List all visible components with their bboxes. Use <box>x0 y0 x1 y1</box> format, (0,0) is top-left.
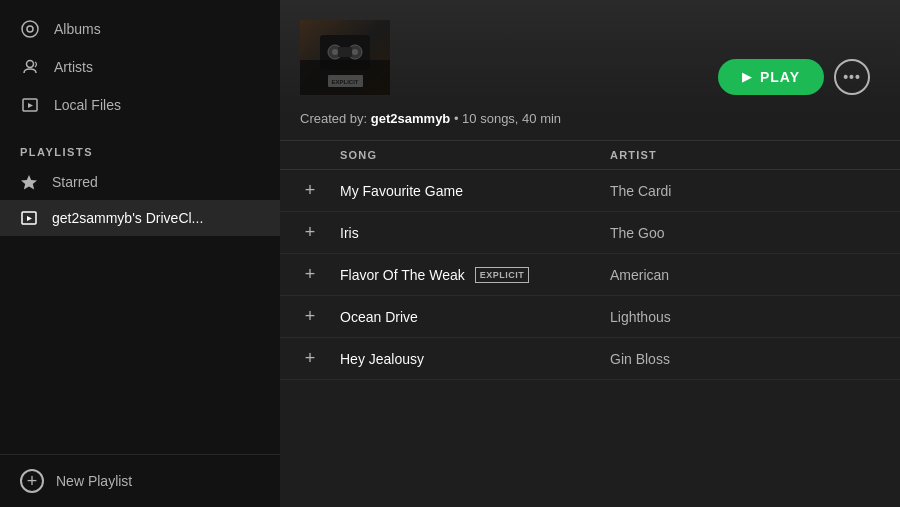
svg-point-11 <box>332 49 338 55</box>
sidebar-item-local-files[interactable]: Local Files <box>0 86 280 124</box>
song-table-header: SONG ARTIST <box>280 141 900 170</box>
header-song: SONG <box>340 149 610 161</box>
artists-icon <box>20 57 40 77</box>
playlist-header: EXPLICIT ▶ PLAY ••• <box>280 0 900 111</box>
meta-dot: • <box>450 111 462 126</box>
song-title-1: My Favourite Game <box>340 183 610 199</box>
sidebar-item-drivecl-label: get2sammyb's DriveCl... <box>52 210 203 226</box>
song-title-text-1: My Favourite Game <box>340 183 463 199</box>
sidebar-item-artists-label: Artists <box>54 59 93 75</box>
header-actions: ▶ PLAY ••• <box>718 20 870 95</box>
new-playlist-label: New Playlist <box>56 473 132 489</box>
local-files-icon <box>20 95 40 115</box>
svg-point-12 <box>352 49 358 55</box>
sidebar-item-albums[interactable]: Albums <box>0 10 280 48</box>
sidebar-bottom: + New Playlist <box>0 454 280 507</box>
song-artist-1: The Cardi <box>610 183 880 199</box>
song-title-text-5: Hey Jealousy <box>340 351 424 367</box>
playlists-section-label: PLAYLISTS <box>0 130 280 164</box>
sidebar-item-starred[interactable]: Starred <box>0 164 280 200</box>
song-title-text-2: Iris <box>340 225 359 241</box>
add-song-button-3[interactable]: + <box>300 264 320 285</box>
more-options-button[interactable]: ••• <box>834 59 870 95</box>
songs-info: 10 songs, 40 min <box>462 111 561 126</box>
svg-rect-13 <box>338 47 352 57</box>
table-row: + Ocean Drive Lighthous <box>280 296 900 338</box>
song-artist-3: American <box>610 267 880 283</box>
table-row: + My Favourite Game The Cardi <box>280 170 900 212</box>
header-artist: ARTIST <box>610 149 880 161</box>
song-artist-5: Gin Bloss <box>610 351 880 367</box>
add-song-button-5[interactable]: + <box>300 348 320 369</box>
more-icon: ••• <box>843 69 861 85</box>
svg-rect-16 <box>300 60 390 95</box>
svg-marker-4 <box>21 175 37 190</box>
song-title-3: Flavor Of The Weak EXPLICIT <box>340 267 610 283</box>
created-by-prefix: Created by: <box>300 111 371 126</box>
album-art: EXPLICIT <box>300 20 390 95</box>
song-artist-4: Lighthous <box>610 309 880 325</box>
add-song-button-4[interactable]: + <box>300 306 320 327</box>
table-row: + Iris The Goo <box>280 212 900 254</box>
song-title-5: Hey Jealousy <box>340 351 610 367</box>
new-playlist-icon: + <box>20 469 44 493</box>
sidebar-item-artists[interactable]: Artists <box>0 48 280 86</box>
song-table: SONG ARTIST + My Favourite Game The Card… <box>280 141 900 380</box>
play-button-label: PLAY <box>760 69 800 85</box>
play-button[interactable]: ▶ PLAY <box>718 59 824 95</box>
creator-name: get2sammyb <box>371 111 450 126</box>
add-song-button-2[interactable]: + <box>300 222 320 243</box>
play-icon: ▶ <box>742 70 752 84</box>
star-icon <box>20 173 38 191</box>
main-content: EXPLICIT ▶ PLAY ••• Created by: get2samm… <box>280 0 900 507</box>
music-icon <box>20 209 38 227</box>
sidebar: Albums Artists Local Files P <box>0 0 280 507</box>
add-song-button-1[interactable]: + <box>300 180 320 201</box>
header-empty <box>300 149 340 161</box>
song-title-text-3: Flavor Of The Weak <box>340 267 465 283</box>
table-row: + Flavor Of The Weak EXPLICIT American <box>280 254 900 296</box>
song-title-4: Ocean Drive <box>340 309 610 325</box>
new-playlist-button[interactable]: + New Playlist <box>20 469 260 493</box>
sidebar-item-albums-label: Albums <box>54 21 101 37</box>
song-artist-2: The Goo <box>610 225 880 241</box>
sidebar-item-starred-label: Starred <box>52 174 98 190</box>
song-title-2: Iris <box>340 225 610 241</box>
table-row: + Hey Jealousy Gin Bloss <box>280 338 900 380</box>
nav-section: Albums Artists Local Files <box>0 0 280 130</box>
svg-point-1 <box>27 26 33 32</box>
album-icon <box>20 19 40 39</box>
svg-point-2 <box>27 61 34 68</box>
song-title-text-4: Ocean Drive <box>340 309 418 325</box>
sidebar-item-local-files-label: Local Files <box>54 97 121 113</box>
sidebar-item-drivecl[interactable]: get2sammyb's DriveCl... <box>0 200 280 236</box>
svg-point-0 <box>22 21 38 37</box>
explicit-badge: EXPLICIT <box>475 267 530 283</box>
album-art-image: EXPLICIT <box>300 20 390 95</box>
playlist-meta: Created by: get2sammyb • 10 songs, 40 mi… <box>280 111 900 140</box>
